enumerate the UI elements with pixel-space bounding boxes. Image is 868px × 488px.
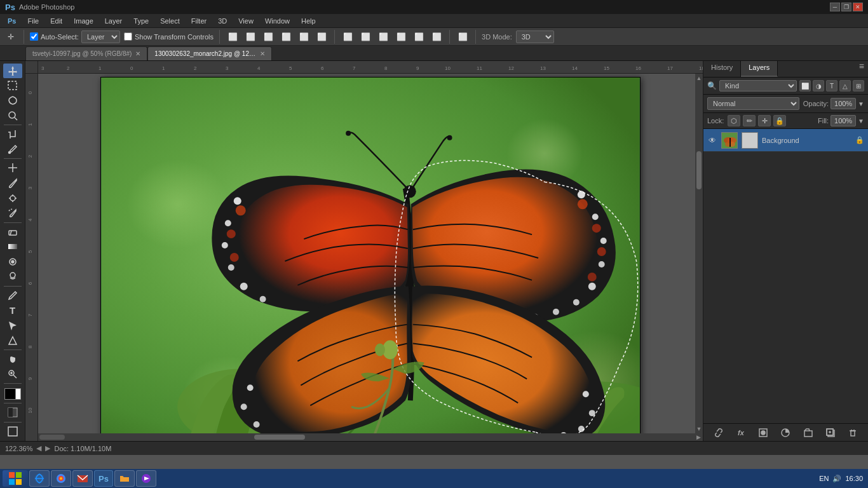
- history-brush-tool[interactable]: [3, 206, 22, 220]
- blend-mode-dropdown[interactable]: Normal Dissolve Multiply Screen Overlay: [707, 97, 799, 110]
- lock-all-button[interactable]: 🔒: [773, 115, 786, 126]
- lasso-tool[interactable]: [3, 93, 22, 108]
- panel-menu-icon[interactable]: ≡: [855, 61, 868, 77]
- close-button[interactable]: ✕: [853, 3, 863, 11]
- text-tool[interactable]: T: [3, 303, 22, 318]
- blur-tool[interactable]: [3, 255, 22, 269]
- select-rect-tool[interactable]: [3, 79, 22, 93]
- eyedropper-tool[interactable]: [3, 142, 22, 157]
- minimize-button[interactable]: ─: [830, 3, 840, 11]
- taskbar-mail[interactable]: [72, 470, 93, 487]
- tab-monarch[interactable]: 1300302632_monarch2.jpg @ 122% (RGB/8#) …: [147, 46, 272, 60]
- path-select-tool[interactable]: [3, 318, 22, 333]
- status-arrow-left[interactable]: ◀: [36, 444, 41, 452]
- filter-type-dropdown[interactable]: Kind Name Effect Mode Attribute Color: [719, 80, 797, 92]
- menu-3d[interactable]: 3D: [213, 16, 232, 26]
- tab-tsvetyi-close[interactable]: ✕: [135, 50, 140, 57]
- distribute-top-icon[interactable]: ⬜: [394, 30, 408, 44]
- filter-shape-icon[interactable]: △: [839, 80, 851, 92]
- align-top-icon[interactable]: ⬜: [279, 30, 293, 44]
- align-bottom-icon[interactable]: ⬜: [315, 30, 329, 44]
- gradient-tool[interactable]: [3, 240, 22, 254]
- zoom-tool[interactable]: [3, 367, 22, 381]
- eraser-tool[interactable]: [3, 224, 22, 239]
- align-center-h-icon[interactable]: ⬜: [243, 30, 257, 44]
- auto-align-icon[interactable]: ⬜: [456, 30, 470, 44]
- link-layers-button[interactable]: [712, 426, 726, 440]
- pen-tool[interactable]: [3, 288, 22, 303]
- distribute-left-icon[interactable]: ⬜: [341, 30, 355, 44]
- add-mask-button[interactable]: [756, 426, 770, 440]
- screen-mode-tool[interactable]: [3, 424, 22, 439]
- restore-button[interactable]: ❐: [841, 3, 851, 11]
- menu-ps[interactable]: Ps: [3, 16, 21, 26]
- menu-select[interactable]: Select: [155, 16, 185, 26]
- scrollbar-vertical[interactable]: ▲ ▼: [695, 74, 703, 433]
- menu-filter[interactable]: Filter: [186, 16, 212, 26]
- hand-tool[interactable]: [3, 352, 22, 367]
- menu-file[interactable]: File: [22, 16, 44, 26]
- show-transform-checkbox[interactable]: [124, 32, 132, 41]
- foreground-color[interactable]: [4, 388, 16, 400]
- taskbar-photoshop[interactable]: Ps: [94, 470, 113, 487]
- brush-tool[interactable]: [3, 176, 22, 191]
- auto-select-checkbox[interactable]: [30, 32, 38, 41]
- tray-volume-icon[interactable]: 🔊: [832, 475, 841, 483]
- fill-input[interactable]: [831, 115, 856, 126]
- tab-monarch-close[interactable]: ✕: [260, 50, 265, 57]
- menu-type[interactable]: Type: [128, 16, 154, 26]
- lock-position-button[interactable]: ✛: [758, 115, 771, 126]
- align-center-v-icon[interactable]: ⬜: [297, 30, 311, 44]
- color-swatches[interactable]: [3, 387, 22, 402]
- taskbar-browser[interactable]: [51, 470, 71, 487]
- fill-arrow[interactable]: ▼: [858, 118, 864, 125]
- new-layer-button[interactable]: [824, 426, 837, 440]
- canvas-image[interactable]: [100, 77, 641, 438]
- tab-layers[interactable]: Layers: [741, 61, 778, 77]
- new-adjustment-button[interactable]: [778, 426, 792, 440]
- layer-background[interactable]: 👁: [703, 129, 868, 152]
- filter-pixel-icon[interactable]: ⬜: [799, 80, 811, 92]
- new-group-button[interactable]: [801, 426, 815, 440]
- delete-layer-button[interactable]: [846, 426, 860, 440]
- menu-help[interactable]: Help: [296, 16, 321, 26]
- canvas-area[interactable]: 3 2 1 0 1 2 3 4 5 6 7 8 9 10 11 12 13 14…: [25, 61, 703, 441]
- tab-history[interactable]: History: [703, 61, 741, 77]
- opacity-input[interactable]: [831, 98, 856, 109]
- dodge-tool[interactable]: [3, 269, 22, 284]
- opacity-arrow[interactable]: ▼: [858, 100, 864, 107]
- lock-pixels-button[interactable]: ✏: [743, 115, 756, 126]
- scrollbar-horizontal[interactable]: ▶: [38, 433, 703, 441]
- align-right-icon[interactable]: ⬜: [261, 30, 275, 44]
- filter-smart-icon[interactable]: ⊞: [853, 80, 864, 92]
- distribute-center-v-icon[interactable]: ⬜: [412, 30, 426, 44]
- distribute-right-icon[interactable]: ⬜: [376, 30, 390, 44]
- taskbar-ie[interactable]: [29, 470, 50, 487]
- menu-window[interactable]: Window: [260, 16, 295, 26]
- layer-visibility-toggle[interactable]: 👁: [707, 135, 717, 146]
- taskbar-media[interactable]: [136, 470, 156, 487]
- start-button[interactable]: [3, 470, 28, 487]
- move-tool-options[interactable]: ✛: [4, 30, 18, 44]
- quick-select-tool[interactable]: [3, 109, 22, 123]
- quick-mask-tool[interactable]: [3, 405, 22, 420]
- menu-view[interactable]: View: [233, 16, 259, 26]
- align-left-icon[interactable]: ⬜: [226, 30, 240, 44]
- taskbar-folder[interactable]: [114, 470, 135, 487]
- tab-tsvetyi[interactable]: tsvetyi-10997.jpg @ 50% (RGB/8#) ✕: [25, 46, 147, 60]
- distribute-center-h-icon[interactable]: ⬜: [358, 30, 372, 44]
- distribute-bottom-icon[interactable]: ⬜: [430, 30, 444, 44]
- filter-type-icon[interactable]: T: [826, 80, 837, 92]
- menu-image[interactable]: Image: [69, 16, 98, 26]
- auto-select-dropdown[interactable]: Layer Group: [81, 30, 120, 43]
- shape-tool[interactable]: [3, 333, 22, 348]
- lock-transparent-button[interactable]: ⬡: [728, 115, 740, 126]
- add-style-button[interactable]: fx: [734, 426, 748, 440]
- crop-tool[interactable]: [3, 127, 22, 142]
- clone-stamp-tool[interactable]: [3, 191, 22, 205]
- move-tool[interactable]: [3, 64, 22, 78]
- menu-edit[interactable]: Edit: [45, 16, 67, 26]
- 3d-mode-dropdown[interactable]: 3D: [516, 30, 554, 43]
- menu-layer[interactable]: Layer: [100, 16, 128, 26]
- filter-adjust-icon[interactable]: ◑: [813, 80, 824, 92]
